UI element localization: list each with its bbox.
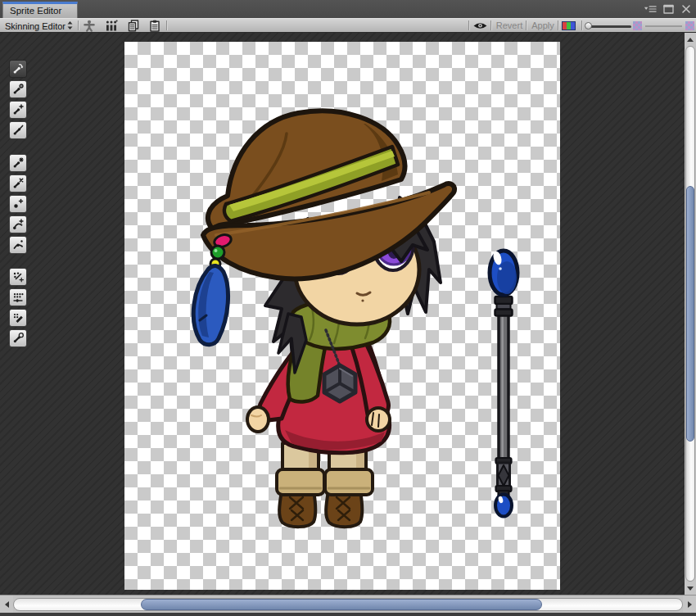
scroll-up-button[interactable] bbox=[685, 33, 696, 46]
dropdown-caret-icon bbox=[67, 21, 73, 31]
revert-button[interactable]: Revert bbox=[493, 20, 526, 32]
create-bone-icon bbox=[12, 104, 24, 116]
tool-weight-slider[interactable] bbox=[9, 288, 27, 306]
mode-dropdown[interactable]: Skinning Editor bbox=[2, 20, 75, 32]
scroll-right-button[interactable] bbox=[683, 596, 696, 613]
toolbar-separator bbox=[490, 20, 491, 30]
character-sprite bbox=[193, 111, 454, 527]
scroll-left-button[interactable] bbox=[0, 596, 13, 613]
slider-track bbox=[586, 25, 631, 28]
copy-button[interactable] bbox=[125, 20, 142, 32]
paste-icon bbox=[148, 20, 161, 32]
tab-sprite-editor[interactable]: Sprite Editor bbox=[2, 2, 78, 18]
bone-influence-icon bbox=[12, 333, 24, 344]
overlay-texture-swatch-icon bbox=[633, 21, 642, 30]
sprite-editor-window: Sprite Editor Skinning Editor bbox=[0, 0, 696, 616]
edit-joints-icon bbox=[12, 84, 24, 95]
tool-edit-joints[interactable] bbox=[9, 80, 27, 98]
tool-auto-weights[interactable] bbox=[9, 268, 27, 286]
window-controls bbox=[644, 0, 693, 18]
tool-preview-pose[interactable] bbox=[9, 60, 27, 78]
toolbar-separator bbox=[526, 20, 527, 30]
copy-icon bbox=[127, 20, 140, 32]
tool-weight-brush[interactable] bbox=[9, 309, 27, 327]
sprite-artwork bbox=[124, 42, 560, 590]
visibility-button[interactable] bbox=[472, 20, 488, 32]
left-arrow-icon bbox=[5, 601, 9, 608]
tool-create-bone[interactable] bbox=[9, 101, 27, 119]
scroll-down-button[interactable] bbox=[685, 582, 696, 595]
auto-geometry-icon bbox=[12, 157, 24, 169]
toolbar-separator bbox=[166, 20, 167, 30]
vertical-scrollbar-thumb[interactable] bbox=[686, 186, 694, 442]
paste-button[interactable] bbox=[147, 20, 163, 32]
horizontal-scrollbar[interactable] bbox=[0, 595, 696, 613]
horizontal-scrollbar-thumb[interactable] bbox=[141, 599, 542, 610]
character-mode-icon bbox=[83, 20, 96, 32]
toolbar-separator bbox=[78, 20, 79, 30]
down-arrow-icon bbox=[687, 587, 694, 591]
titlebar: Sprite Editor bbox=[0, 0, 696, 18]
texture-swatch-icon bbox=[685, 21, 694, 30]
texture-opacity-slider[interactable] bbox=[645, 25, 682, 27]
apply-button[interactable]: Apply bbox=[528, 20, 558, 32]
right-arrow-icon bbox=[688, 601, 692, 608]
tool-auto-geometry[interactable] bbox=[9, 154, 27, 172]
tool-sidebar bbox=[9, 60, 27, 350]
boots bbox=[277, 469, 373, 527]
tool-edit-geometry[interactable] bbox=[9, 174, 27, 192]
weight-brush-icon bbox=[12, 312, 24, 324]
window-bottom-strip bbox=[0, 613, 696, 616]
tool-bone-influence[interactable] bbox=[9, 329, 27, 347]
sprite-canvas[interactable] bbox=[124, 42, 560, 590]
spritesheet-mode-button[interactable] bbox=[103, 20, 120, 32]
create-edge-icon bbox=[12, 219, 24, 230]
tool-split-bone[interactable] bbox=[9, 121, 27, 139]
preview-pose-icon bbox=[12, 63, 24, 75]
horizontal-scrollbar-track[interactable] bbox=[13, 598, 683, 611]
tab-title: Sprite Editor bbox=[10, 6, 61, 16]
auto-weights-icon bbox=[12, 271, 24, 283]
slider-knob[interactable] bbox=[585, 22, 592, 29]
weight-slider-icon bbox=[12, 292, 24, 303]
character-mode-button[interactable] bbox=[81, 20, 97, 32]
overlay-opacity-slider[interactable] bbox=[583, 20, 632, 31]
staff-sprite bbox=[490, 251, 517, 517]
split-bone-icon bbox=[12, 125, 24, 136]
tool-create-vertex[interactable] bbox=[9, 195, 27, 213]
split-edge-icon bbox=[12, 239, 24, 251]
close-icon[interactable] bbox=[680, 2, 693, 16]
tool-create-edge[interactable] bbox=[9, 215, 27, 233]
vertical-scrollbar[interactable] bbox=[685, 33, 696, 595]
eye-icon bbox=[472, 20, 488, 31]
mode-dropdown-label: Skinning Editor bbox=[5, 21, 66, 31]
window-menu-icon[interactable] bbox=[644, 2, 657, 16]
create-vertex-icon bbox=[12, 198, 24, 210]
up-arrow-icon bbox=[687, 38, 694, 42]
toolbar-separator bbox=[468, 20, 469, 30]
spritesheet-mode-icon bbox=[105, 20, 118, 32]
toolbar-separator bbox=[558, 20, 558, 30]
toolbar-separator bbox=[581, 20, 582, 30]
tool-split-edge[interactable] bbox=[9, 236, 27, 254]
maximize-icon[interactable] bbox=[662, 2, 675, 16]
edit-geometry-icon bbox=[12, 178, 24, 189]
toolbar: Skinning Editor bbox=[0, 18, 696, 33]
vertical-scrollbar-track[interactable] bbox=[685, 46, 695, 582]
rgb-channels-swatch bbox=[562, 21, 576, 30]
